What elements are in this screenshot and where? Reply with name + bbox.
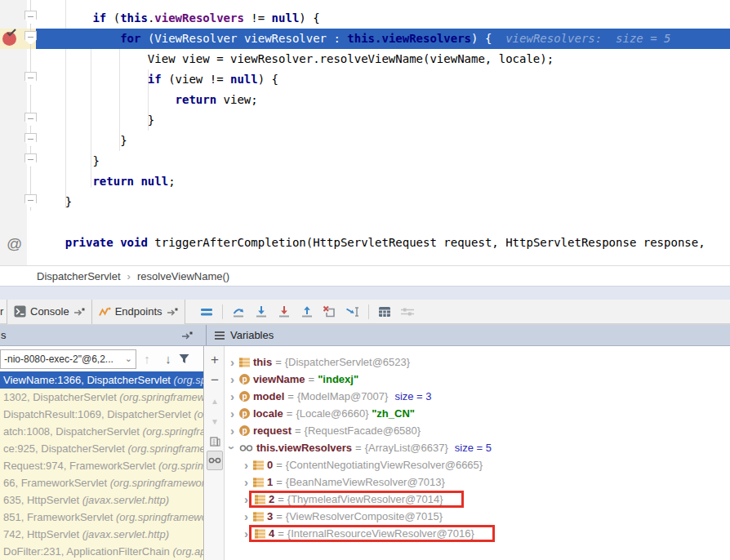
pin-icon[interactable] bbox=[181, 331, 193, 340]
tab-debugger-partial[interactable]: r bbox=[0, 300, 7, 324]
pin-icon[interactable] bbox=[73, 307, 85, 317]
stack-frame-row[interactable]: 742, HttpServlet (javax.servlet.http) bbox=[0, 526, 203, 543]
stack-frame-row[interactable]: 635, HttpServlet (javax.servlet.http) bbox=[0, 491, 203, 509]
debug-toolbar: r Console Endpoints bbox=[0, 300, 730, 324]
code-line[interactable]: } bbox=[0, 131, 730, 151]
code-segment: ; bbox=[168, 175, 175, 188]
stack-frame-row[interactable]: Request:974, FrameworkServlet (org.sprin… bbox=[0, 457, 203, 474]
value-icon bbox=[253, 478, 264, 487]
breadcrumb-class[interactable]: DispatcherServlet bbox=[37, 270, 121, 282]
frames-toolbar: -nio-8080-exec-2"@6,2... ⌄ ↑ ↓ bbox=[0, 346, 203, 371]
stack-frame-row[interactable]: DispatchResult:1069, DispatcherServlet (… bbox=[0, 406, 203, 423]
variables-menu-icon[interactable] bbox=[215, 330, 225, 341]
execution-line[interactable]: for (ViewResolver viewResolver : this.vi… bbox=[0, 29, 730, 49]
stack-frame-row[interactable]: 66, FrameworkServlet (org.springframewor bbox=[0, 474, 203, 491]
chevron-collapsed-icon[interactable]: › bbox=[241, 508, 251, 525]
variable-content: 0={ContentNegotiatingViewResolver@6665} bbox=[251, 456, 483, 473]
code-line[interactable]: return view; bbox=[0, 90, 730, 110]
breadcrumb-separator: › bbox=[121, 270, 137, 282]
chevron-collapsed-icon[interactable]: › bbox=[227, 388, 238, 405]
variable-row-locale[interactable]: ›plocale={Locale@6660} "zh_CN" bbox=[225, 405, 730, 422]
variable-row-0[interactable]: ›0={ContentNegotiatingViewResolver@6665} bbox=[225, 456, 730, 473]
filter-frames-icon[interactable] bbox=[179, 353, 200, 364]
code-editor[interactable]: if (this.viewResolvers != null) { for (V… bbox=[0, 0, 730, 265]
chevron-collapsed-icon[interactable]: › bbox=[227, 422, 238, 439]
thread-dropdown[interactable]: -nio-8080-exec-2"@6,2... ⌄ bbox=[0, 349, 136, 369]
evaluate-expression-icon[interactable] bbox=[373, 302, 396, 322]
code-segment: null bbox=[272, 11, 300, 24]
code-line[interactable]: View view = viewResolver.resolveViewName… bbox=[0, 49, 730, 69]
variable-row-model[interactable]: ›pmodel={ModelMap@7007}size = 3 bbox=[225, 388, 730, 405]
variables-panel-header: Variables bbox=[206, 325, 730, 345]
stack-frame-row[interactable]: ce:925, DispatcherServlet (org.springfra… bbox=[0, 440, 203, 457]
variable-value: {ThymeleafViewResolver@7014} bbox=[287, 491, 443, 508]
variable-value: {RequestFacade@6580} bbox=[305, 422, 421, 439]
code-line[interactable]: if (view != null) { bbox=[0, 69, 730, 90]
variable-name: 4 bbox=[269, 525, 274, 542]
step-over-icon[interactable] bbox=[227, 302, 250, 322]
code-segment bbox=[38, 93, 176, 106]
annotation-gutter-icon[interactable]: @ bbox=[7, 235, 22, 253]
variable-row-4[interactable]: ›4={InternalResourceViewResolver@7016} bbox=[225, 525, 730, 542]
variable-content: 3={ViewResolverComposite@7015} bbox=[251, 508, 443, 525]
pin-icon[interactable] bbox=[167, 307, 178, 317]
drop-frame-icon[interactable] bbox=[318, 302, 341, 322]
add-watch-icon[interactable]: + bbox=[205, 350, 225, 370]
code-line[interactable]: } bbox=[0, 192, 730, 212]
variable-row-3[interactable]: ›3={ViewResolverComposite@7015} bbox=[225, 508, 730, 525]
code-line[interactable]: } bbox=[0, 110, 730, 131]
code-line[interactable]: return null; bbox=[0, 171, 730, 192]
show-watches-icon[interactable] bbox=[207, 451, 223, 470]
chevron-collapsed-icon[interactable]: › bbox=[227, 371, 238, 388]
remove-watch-icon[interactable]: − bbox=[205, 371, 225, 390]
code-segment: } bbox=[38, 113, 154, 127]
stack-frame-row[interactable]: 1302, DispatcherServlet (org.springframe… bbox=[0, 389, 203, 406]
compare-stack-icon[interactable] bbox=[396, 302, 419, 322]
breakpoint-verified-icon[interactable] bbox=[2, 32, 16, 46]
breadcrumb-method[interactable]: resolveViewName() bbox=[137, 270, 229, 282]
variable-content: prequest={RequestFacade@6580} bbox=[238, 422, 421, 439]
variable-row-request[interactable]: ›prequest={RequestFacade@6580} bbox=[225, 422, 730, 439]
chevron-collapsed-icon[interactable]: › bbox=[241, 473, 251, 491]
variable-name: model bbox=[253, 388, 284, 405]
code-line[interactable] bbox=[0, 212, 730, 233]
stack-frame-row[interactable]: ViewName:1366, DispatcherServlet (org.sp… bbox=[0, 371, 203, 389]
step-out-icon[interactable] bbox=[296, 302, 318, 322]
stack-frame-row[interactable]: atch:1008, DispatcherServlet (org.spring… bbox=[0, 423, 203, 440]
variable-row-this-viewResolvers[interactable]: ›this.viewResolvers={ArrayList@6637}size… bbox=[225, 439, 730, 456]
variable-content: pviewName="indexj" bbox=[238, 371, 358, 388]
equals-sign: = bbox=[273, 508, 286, 525]
code-line[interactable]: } bbox=[0, 151, 730, 171]
code-segment: View view = viewResolver.resolveViewName… bbox=[38, 52, 554, 65]
code-line[interactable]: if (this.viewResolvers != null) { bbox=[0, 8, 730, 29]
stack-frame-row[interactable]: DoFilter:231, ApplicationFilterChain (or… bbox=[0, 543, 203, 560]
layout-menu-icon[interactable] bbox=[195, 302, 218, 322]
run-to-cursor-icon[interactable] bbox=[341, 302, 364, 322]
next-frame-icon[interactable]: ↓ bbox=[158, 352, 179, 366]
tab-console[interactable]: Console bbox=[7, 300, 92, 324]
move-watch-down-icon[interactable]: ▼ bbox=[205, 411, 225, 431]
frame-location: ce:925, DispatcherServlet bbox=[3, 442, 127, 455]
tab-endpoints-label: Endpoints bbox=[115, 305, 162, 318]
chevron-expanded-icon[interactable]: › bbox=[225, 442, 241, 453]
duplicate-watch-icon[interactable] bbox=[205, 432, 225, 451]
stack-frame-row[interactable]: 851, FrameworkServlet (org.springframewo bbox=[0, 509, 203, 526]
tab-endpoints[interactable]: Endpoints bbox=[92, 300, 185, 324]
previous-frame-icon[interactable]: ↑ bbox=[136, 352, 158, 366]
code-segment: null bbox=[230, 73, 258, 86]
code-lines[interactable]: if (this.viewResolvers != null) { for (V… bbox=[0, 8, 730, 253]
move-watch-up-icon[interactable]: ▲ bbox=[205, 391, 225, 411]
chevron-collapsed-icon[interactable]: › bbox=[227, 353, 238, 371]
variable-row-2[interactable]: ›2={ThymeleafViewResolver@7014} bbox=[225, 491, 730, 508]
code-segment: if bbox=[92, 11, 106, 24]
variable-row-this[interactable]: ›this={DispatcherServlet@6523} bbox=[225, 353, 730, 371]
variable-row-1[interactable]: ›1={BeanNameViewResolver@7013} bbox=[225, 473, 730, 491]
chevron-collapsed-icon[interactable]: › bbox=[227, 405, 238, 422]
equals-sign: = bbox=[284, 388, 297, 405]
step-into-icon[interactable] bbox=[250, 302, 273, 322]
force-step-into-icon[interactable] bbox=[273, 302, 296, 322]
chevron-collapsed-icon[interactable]: › bbox=[241, 456, 251, 473]
thread-dropdown-value: -nio-8080-exec-2"@6,2... bbox=[4, 353, 123, 365]
variable-row-viewName[interactable]: ›pviewName="indexj" bbox=[225, 371, 730, 388]
code-line[interactable]: private void triggerAfterCompletion(Http… bbox=[0, 233, 730, 253]
